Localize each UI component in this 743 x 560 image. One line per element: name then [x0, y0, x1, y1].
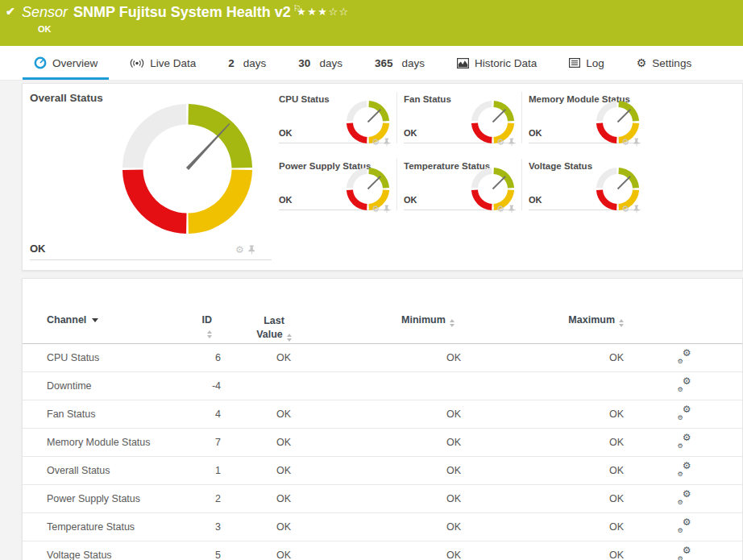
sensor-status-banner: ✔ SensorSNMP Fujitsu System Health v2⚐ ★…	[0, 0, 743, 46]
pin-icon[interactable]	[633, 205, 640, 214]
tab-365-days[interactable]: 365days	[373, 46, 426, 80]
channel-settings-icon[interactable]	[679, 407, 691, 419]
gear-icon[interactable]: ⚙	[372, 204, 380, 214]
table-row: Voltage Status 5 OK OK OK	[23, 541, 742, 560]
divider	[30, 259, 272, 260]
channels-table: Channel ID Last Value Minimum Maximum CP…	[23, 308, 742, 560]
object-type-label: Sensor	[22, 4, 68, 20]
sort-icon	[207, 330, 212, 338]
page-title: SNMP Fujitsu System Health v2	[73, 4, 291, 20]
gauge-icon	[34, 56, 47, 69]
gauge-panel-cpu-status: CPU Status OK ⚙	[279, 92, 391, 143]
sort-icon	[450, 319, 455, 327]
channel-settings-icon[interactable]	[679, 435, 691, 447]
mini-gauge-grid: CPU Status OK ⚙ Fan Status OK ⚙ Memory M…	[279, 92, 641, 210]
chart-icon	[457, 58, 469, 68]
gear-icon[interactable]: ⚙	[496, 204, 504, 214]
pin-icon[interactable]	[384, 138, 390, 147]
table-row: Temperature Status 3 OK OK OK	[23, 512, 742, 541]
status-badge: OK	[38, 24, 52, 34]
tab-live-data[interactable]: Live Data	[128, 46, 197, 80]
table-row: Memory Module Status 7 OK OK OK	[23, 428, 742, 456]
table-row: CPU Status 6 OK OK OK	[23, 343, 742, 371]
pin-icon[interactable]	[384, 205, 390, 214]
gauge-panel-memory-module-status: Memory Module Status OK ⚙	[529, 92, 641, 143]
log-icon	[569, 58, 580, 68]
column-channel[interactable]: Channel	[23, 308, 193, 343]
channel-settings-icon[interactable]	[679, 520, 691, 532]
tab-historic-data[interactable]: Historic Data	[455, 46, 538, 80]
table-row: Power Supply Status 2 OK OK OK	[23, 484, 742, 512]
tab-30-days[interactable]: 30days	[297, 46, 344, 80]
channel-settings-icon[interactable]	[679, 548, 691, 560]
column-id[interactable]: ID	[193, 308, 222, 343]
column-minimum[interactable]: Minimum	[393, 308, 562, 343]
tab-settings[interactable]: ⚙ Settings	[635, 46, 693, 80]
pin-icon[interactable]	[248, 245, 255, 255]
sort-icon	[619, 319, 624, 327]
pin-icon[interactable]	[508, 138, 515, 147]
channel-settings-icon[interactable]	[679, 351, 691, 363]
sort-caret-icon	[92, 318, 98, 322]
overall-status-title: Overall Status	[30, 92, 103, 104]
gauge-panel-power-supply-status: Power Supply Status OK ⚙	[279, 159, 391, 210]
gear-icon[interactable]: ⚙	[496, 137, 504, 147]
tab-bar: Overview Live Data 2days 30days 365days …	[0, 46, 743, 81]
channel-settings-icon[interactable]	[679, 463, 691, 475]
channel-settings-icon[interactable]	[679, 492, 691, 504]
tab-overview[interactable]: Overview	[32, 46, 99, 80]
tab-2-days[interactable]: 2days	[226, 46, 268, 80]
pin-icon[interactable]	[633, 138, 640, 147]
overall-panel-tools: ⚙	[235, 245, 255, 255]
gauges-panel: Overall Status OK ⚙ CPU Status OK ⚙ Fan …	[22, 83, 743, 271]
gauge-panel-fan-status: Fan Status OK ⚙	[404, 92, 516, 143]
broadcast-icon	[130, 58, 144, 68]
table-row: Overall Status 1 OK OK OK	[23, 456, 742, 484]
gauge-panel-temperature-status: Temperature Status OK ⚙	[404, 159, 516, 210]
table-header-row: Channel ID Last Value Minimum Maximum	[23, 308, 742, 343]
pin-icon[interactable]	[508, 205, 515, 214]
sort-icon	[287, 334, 292, 342]
channels-panel: Channel ID Last Value Minimum Maximum CP…	[22, 278, 743, 560]
table-row: Downtime -4	[23, 371, 742, 400]
priority-stars[interactable]: ★★★☆☆	[297, 6, 350, 18]
gear-icon: ⚙	[637, 56, 647, 69]
sensor-title-line: SensorSNMP Fujitsu System Health v2⚐	[22, 3, 301, 21]
gear-icon[interactable]: ⚙	[621, 137, 629, 147]
check-icon: ✔	[6, 5, 15, 18]
overall-status-value: OK	[30, 243, 46, 255]
column-actions	[627, 308, 742, 343]
table-row: Fan Status 4 OK OK OK	[23, 400, 742, 428]
overall-status-gauge	[120, 102, 255, 236]
gauge-panel-voltage-status: Voltage Status OK ⚙	[529, 159, 641, 210]
gear-icon[interactable]: ⚙	[621, 204, 629, 214]
gear-icon[interactable]: ⚙	[235, 245, 244, 255]
gear-icon[interactable]: ⚙	[372, 137, 380, 147]
column-last-value[interactable]: Last Value	[222, 308, 393, 343]
column-maximum[interactable]: Maximum	[562, 308, 627, 343]
channel-settings-icon[interactable]	[679, 379, 691, 391]
tab-log[interactable]: Log	[567, 46, 606, 80]
